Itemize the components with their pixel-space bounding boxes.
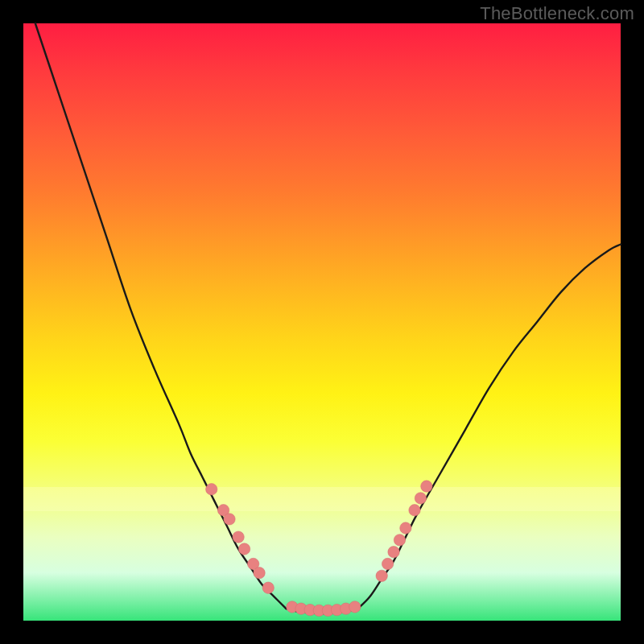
data-marker — [224, 514, 235, 525]
data-marker — [382, 558, 393, 569]
data-marker — [254, 567, 265, 578]
data-marker — [238, 543, 250, 555]
data-marker — [394, 535, 405, 546]
data-marker — [349, 601, 361, 613]
series-left-curve — [35, 23, 287, 609]
watermark-label: TheBottleneck.com — [480, 3, 634, 24]
curve-layer — [35, 23, 621, 613]
marker-layer — [206, 481, 433, 617]
chart-frame: TheBottleneck.com — [0, 0, 644, 644]
data-marker — [376, 570, 387, 581]
data-marker — [206, 484, 217, 495]
data-marker — [421, 481, 432, 492]
data-marker — [233, 531, 244, 543]
data-marker — [415, 493, 426, 504]
data-marker — [400, 522, 411, 534]
data-marker — [262, 582, 274, 593]
chart-svg — [23, 23, 621, 621]
data-marker — [409, 505, 420, 516]
data-marker — [388, 546, 399, 557]
